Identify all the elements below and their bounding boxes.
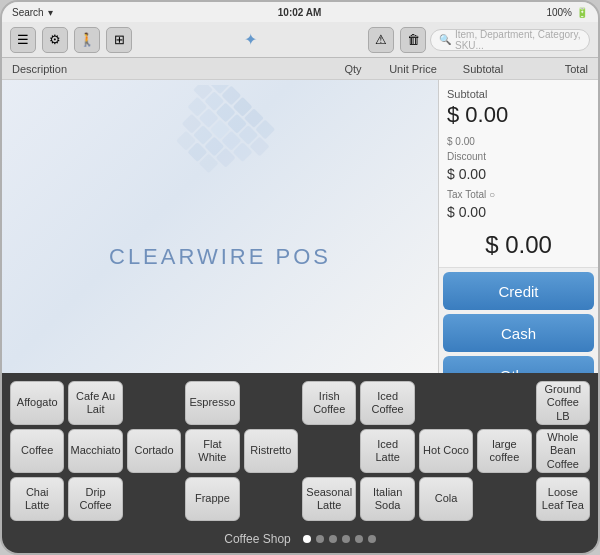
brand-name: CLEARWIRE POS xyxy=(109,244,331,270)
page-dot-2[interactable] xyxy=(329,535,337,543)
item-button-0[interactable]: Chai Latte xyxy=(10,477,64,521)
discount-sub-label: Discount xyxy=(447,151,486,162)
items-row-2: CoffeeMacchiatoCortadoFlat WhiteRistrett… xyxy=(10,429,590,473)
search-label: Search xyxy=(12,7,44,18)
main-content: CLEARWIRE POS Subtotal $ 0.00 $ 0.00 Dis… xyxy=(2,80,598,553)
page-indicator: Coffee Shop xyxy=(2,525,598,553)
item-button-1[interactable]: Macchiato xyxy=(68,429,122,473)
signal-icon: ▾ xyxy=(48,7,53,18)
credit-button[interactable]: Credit xyxy=(443,272,594,310)
item-button-9[interactable]: Ground Coffee LB xyxy=(536,381,590,425)
search-box[interactable]: 🔍 Item, Department, Category, SKU... xyxy=(430,29,590,51)
watermark-graphic xyxy=(150,85,290,205)
battery-icon: 🔋 xyxy=(576,7,588,18)
item-button-7[interactable]: Hot Coco xyxy=(419,429,473,473)
header-unit-price: Unit Price xyxy=(378,63,448,75)
cash-button[interactable]: Cash xyxy=(443,314,594,352)
item-button-0[interactable]: Affogato xyxy=(10,381,64,425)
status-time: 10:02 AM xyxy=(278,7,322,18)
item-button-6[interactable]: Iced Coffee xyxy=(360,381,414,425)
receipt-area: CLEARWIRE POS xyxy=(2,80,438,373)
toolbar: ☰ ⚙ 🚶 ⊞ ✦ ⚠ 🗑 🔍 Item, Department, Catego… xyxy=(2,22,598,58)
item-button-2[interactable]: Cortado xyxy=(127,429,181,473)
items-row-3: Chai LatteDrip CoffeeFrappeSeasonal Latt… xyxy=(10,477,590,521)
items-row-1: AffogatoCafe Au LaitEspressoIrish Coffee… xyxy=(10,381,590,425)
status-bar: Search ▾ 10:02 AM 100% 🔋 xyxy=(2,2,598,22)
tax-row: Tax Total ○ $ 0.00 xyxy=(447,187,590,223)
page-dot-4[interactable] xyxy=(355,535,363,543)
item-button-8[interactable]: large coffee xyxy=(477,429,531,473)
discount-label-row: $ 0.00 Discount $ 0.00 xyxy=(447,134,590,185)
toolbar-left: ☰ ⚙ 🚶 ⊞ ✦ ⚠ 🗑 xyxy=(10,27,426,53)
logo-icon: ✦ xyxy=(244,30,257,49)
menu-button[interactable]: ☰ xyxy=(10,27,36,53)
discount-value: $ 0.00 xyxy=(447,166,486,182)
subtotal-label: Subtotal xyxy=(447,88,590,100)
item-button-7[interactable]: Cola xyxy=(419,477,473,521)
tax-radio[interactable]: ○ xyxy=(489,189,495,200)
items-section: AffogatoCafe Au LaitEspressoIrish Coffee… xyxy=(2,373,598,525)
status-right: 100% 🔋 xyxy=(546,7,588,18)
warning-icon[interactable]: ⚠ xyxy=(368,27,394,53)
header-qty: Qty xyxy=(328,63,378,75)
page-dot-1[interactable] xyxy=(316,535,324,543)
pos-area: CLEARWIRE POS Subtotal $ 0.00 $ 0.00 Dis… xyxy=(2,80,598,373)
device-frame: Search ▾ 10:02 AM 100% 🔋 ☰ ⚙ 🚶 ⊞ ✦ ⚠ 🗑 🔍… xyxy=(0,0,600,555)
item-button-4[interactable]: Ristretto xyxy=(244,429,298,473)
final-total: $ 0.00 xyxy=(447,231,590,259)
item-button-3[interactable]: Flat White xyxy=(185,429,239,473)
item-button-0[interactable]: Coffee xyxy=(10,429,64,473)
item-button-3[interactable]: Espresso xyxy=(185,381,239,425)
status-left: Search ▾ xyxy=(12,7,53,18)
item-button-9[interactable]: Whole Bean Coffee xyxy=(536,429,590,473)
header-total: Total xyxy=(528,63,588,75)
page-dot-0[interactable] xyxy=(303,535,311,543)
item-button-3[interactable]: Frappe xyxy=(185,477,239,521)
item-button-5[interactable]: Irish Coffee xyxy=(302,381,356,425)
order-header: Description Qty Unit Price Subtotal Tota… xyxy=(2,58,598,80)
settings-icon[interactable]: ⚙ xyxy=(42,27,68,53)
toolbar-right: 🔍 Item, Department, Category, SKU... xyxy=(430,29,590,51)
discount-dollar: $ 0.00 xyxy=(447,136,475,147)
grid-icon[interactable]: ⊞ xyxy=(106,27,132,53)
other-button[interactable]: Other xyxy=(443,356,594,373)
page-dot-5[interactable] xyxy=(368,535,376,543)
logo-watermark: CLEARWIRE POS xyxy=(2,80,438,373)
totals-box: Subtotal $ 0.00 $ 0.00 Discount $ 0.00 T… xyxy=(439,80,598,268)
header-description: Description xyxy=(12,63,328,75)
item-button-9[interactable]: Loose Leaf Tea xyxy=(536,477,590,521)
item-button-1[interactable]: Cafe Au Lait xyxy=(68,381,122,425)
item-button-1[interactable]: Drip Coffee xyxy=(68,477,122,521)
pay-buttons: Credit Cash Other Save xyxy=(439,268,598,373)
tax-label: Tax Total xyxy=(447,189,486,200)
item-button-5[interactable]: Seasonal Latte xyxy=(302,477,356,521)
page-dot-3[interactable] xyxy=(342,535,350,543)
header-subtotal: Subtotal xyxy=(448,63,518,75)
item-button-6[interactable]: Iced Latte xyxy=(360,429,414,473)
payment-panel: Subtotal $ 0.00 $ 0.00 Discount $ 0.00 T… xyxy=(438,80,598,373)
page-label: Coffee Shop xyxy=(224,532,291,546)
battery-label: 100% xyxy=(546,7,572,18)
search-placeholder: Item, Department, Category, SKU... xyxy=(455,29,581,51)
search-icon: 🔍 xyxy=(439,34,451,45)
tax-value: $ 0.00 xyxy=(447,204,486,220)
trash-icon[interactable]: 🗑 xyxy=(400,27,426,53)
person-icon[interactable]: 🚶 xyxy=(74,27,100,53)
subtotal-value: $ 0.00 xyxy=(447,102,590,128)
item-button-6[interactable]: Italian Soda xyxy=(360,477,414,521)
